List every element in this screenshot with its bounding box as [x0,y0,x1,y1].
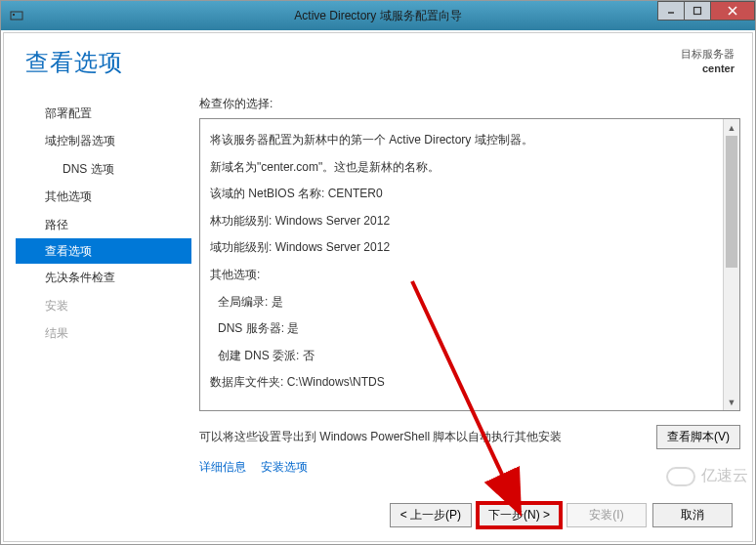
titlebar: Active Directory 域服务配置向导 [1,1,755,30]
sidebar-item-results: 结果 [16,319,191,347]
review-line: 将该服务器配置为新林中的第一个 Active Directory 域控制器。 [210,127,730,154]
scroll-up-button[interactable]: ▲ [724,119,739,136]
sidebar-item-deployment[interactable]: 部署配置 [16,100,191,127]
target-server-info: 目标服务器 center [681,47,735,77]
sidebar-item-additional[interactable]: 其他选项 [16,183,191,210]
review-line: 域功能级别: Windows Server 2012 [210,234,730,262]
sidebar-item-review[interactable]: 查看选项 [16,238,191,264]
minimize-button[interactable] [657,1,685,21]
scrollbar[interactable]: ▲ ▼ [723,119,739,410]
review-line: 新域名为"center.com"。这也是新林的名称。 [210,154,730,182]
scroll-track[interactable] [724,136,739,394]
more-info-link[interactable]: 详细信息 [199,460,246,474]
page-title: 查看选项 [25,47,123,78]
target-server-value: center [681,62,735,76]
review-line: 林功能级别: Windows Server 2012 [210,208,730,235]
sidebar-item-dc-options[interactable]: 域控制器选项 [16,127,191,154]
window-title: Active Directory 域服务配置向导 [294,8,461,24]
view-script-button[interactable]: 查看脚本(V) [656,425,740,449]
prev-button[interactable]: < 上一步(P) [390,503,472,527]
review-line: 全局编录: 是 [210,289,730,316]
sidebar-item-prereq[interactable]: 先决条件检查 [16,264,191,291]
install-button: 安装(I) [567,503,647,527]
svg-rect-1 [13,14,15,16]
review-line: DNS 服务器: 是 [210,315,730,343]
export-hint: 可以将这些设置导出到 Windows PowerShell 脚本以自动执行其他安… [199,429,562,445]
app-icon [7,6,26,25]
review-prompt: 检查你的选择: [199,96,740,112]
wizard-sidebar: 部署配置 域控制器选项 DNS 选项 其他选项 路径 查看选项 先决条件检查 安… [16,96,191,487]
install-options-link[interactable]: 安装选项 [261,460,308,474]
watermark-text: 亿速云 [701,466,748,486]
review-scroll-area: 将该服务器配置为新林中的第一个 Active Directory 域控制器。 新… [199,118,740,411]
next-button[interactable]: 下一步(N) > [478,503,561,527]
svg-rect-0 [11,12,22,20]
cloud-icon [666,467,695,486]
target-server-label: 目标服务器 [681,47,735,62]
review-line: 其他选项: [210,262,730,289]
sidebar-item-paths[interactable]: 路径 [16,211,191,238]
cancel-button[interactable]: 取消 [652,503,733,527]
review-line: 该域的 NetBIOS 名称: CENTER0 [210,181,730,208]
wizard-footer: < 上一步(P) 下一步(N) > 安装(I) 取消 [16,497,740,531]
svg-rect-3 [694,8,701,15]
close-button[interactable] [710,1,755,21]
watermark: 亿速云 [666,466,748,486]
sidebar-item-install: 安装 [16,292,191,319]
maximize-button[interactable] [684,1,711,21]
sidebar-item-dns-options[interactable]: DNS 选项 [16,155,191,183]
review-line: 数据库文件夹: C:\Windows\NTDS [210,369,730,397]
scroll-thumb[interactable] [726,136,737,268]
review-line: 创建 DNS 委派: 否 [210,343,730,370]
scroll-down-button[interactable]: ▼ [724,394,739,410]
